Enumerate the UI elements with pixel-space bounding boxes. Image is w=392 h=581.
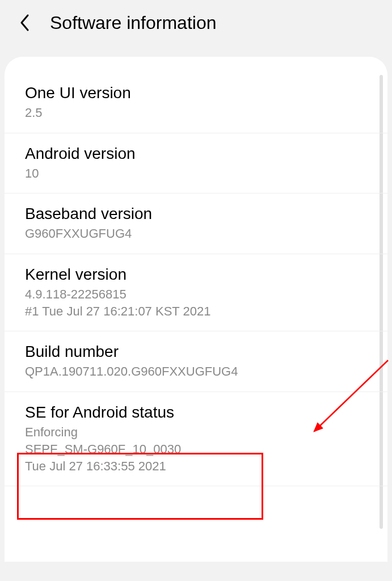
item-value-line: 4.9.118-22256815 <box>25 287 127 301</box>
page-title: Software information <box>50 12 216 33</box>
info-card: One UI version 2.5 Android version 10 Ba… <box>5 57 387 562</box>
item-value: 10 <box>25 165 367 182</box>
item-value: Enforcing SEPF_SM-G960F_10_0030 Tue Jul … <box>25 424 367 474</box>
item-kernel-version[interactable]: Kernel version 4.9.118-22256815 #1 Tue J… <box>5 254 387 331</box>
item-value-line: Enforcing <box>25 425 78 439</box>
item-title: One UI version <box>25 84 367 102</box>
item-one-ui-version[interactable]: One UI version 2.5 <box>5 73 387 133</box>
item-title: Baseband version <box>25 205 367 223</box>
item-build-number[interactable]: Build number QP1A.190711.020.G960FXXUGFU… <box>5 331 387 392</box>
item-value-line: SEPF_SM-G960F_10_0030 <box>25 442 181 456</box>
item-android-version[interactable]: Android version 10 <box>5 133 387 194</box>
item-title: Kernel version <box>25 266 367 284</box>
item-value: 2.5 <box>25 104 367 121</box>
item-value: G960FXXUGFUG4 <box>25 225 367 242</box>
item-title: SE for Android status <box>25 403 367 422</box>
back-icon[interactable] <box>14 11 36 34</box>
item-value-line: Tue Jul 27 16:33:55 2021 <box>25 459 166 473</box>
item-baseband-version[interactable]: Baseband version G960FXXUGFUG4 <box>5 193 387 254</box>
item-value: 4.9.118-22256815 #1 Tue Jul 27 16:21:07 … <box>25 286 367 319</box>
item-title: Android version <box>25 145 367 163</box>
item-se-for-android-status[interactable]: SE for Android status Enforcing SEPF_SM-… <box>5 392 387 486</box>
header: Software information <box>0 0 392 57</box>
item-value: QP1A.190711.020.G960FXXUGFUG4 <box>25 363 367 380</box>
item-value-line: #1 Tue Jul 27 16:21:07 KST 2021 <box>25 304 210 318</box>
item-title: Build number <box>25 343 367 361</box>
